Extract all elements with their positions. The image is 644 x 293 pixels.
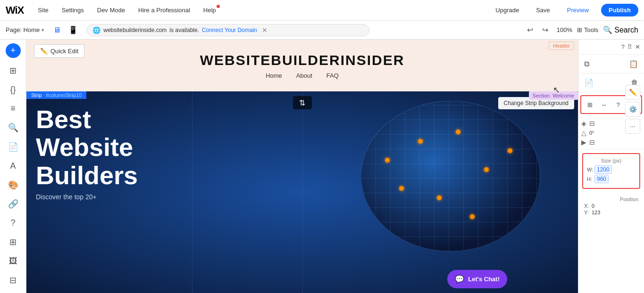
align-v-icon: ⊟ [589, 120, 595, 127]
duplicate-icon[interactable]: ⧉ [582, 58, 591, 70]
quick-edit-label: Quick Edit [50, 48, 78, 55]
desktop-icon[interactable]: 🖥 [50, 24, 64, 37]
quick-edit-button[interactable]: ✏️ Quick Edit [34, 44, 84, 58]
left-sidebar: + ⊞ {} ≡ 🔍 📄 A 🎨 🔗 ? ⊞ 🖼 ⊟ [0, 40, 26, 293]
width-key: W: [587, 167, 593, 172]
cursor-pointer: ↖ [553, 85, 560, 95]
undo-button[interactable]: ↩ [524, 24, 537, 37]
edit-mode-button[interactable]: ✏️ [625, 85, 640, 100]
align-help-button[interactable]: ? [611, 98, 625, 111]
globe-dot [484, 167, 489, 172]
height-value[interactable]: 960 [594, 175, 609, 183]
sidebar-paint-icon[interactable]: 🎨 [4, 176, 23, 194]
upgrade-button[interactable]: Upgrade [491, 5, 524, 16]
address-bar: Page: Home ▾ 🖥 📱 🌐 websitebuilderinside.… [0, 21, 644, 40]
nav-item-help[interactable]: Help [201, 5, 219, 16]
nav-item-settings[interactable]: Settings [59, 5, 87, 16]
panel-drag-icon[interactable]: ⠿ [627, 43, 632, 50]
sidebar-text-icon[interactable]: 📄 [4, 138, 23, 156]
top-navigation: WiX Site Settings Dev Mode Hire a Profes… [0, 0, 644, 21]
align-center-button[interactable]: ↔ [597, 98, 611, 111]
globe-dot [470, 214, 475, 219]
rotation-value: 0° [589, 130, 594, 136]
swap-direction-button[interactable]: ⇅ [293, 96, 312, 109]
globe-graphic [361, 101, 540, 252]
connect-domain-link[interactable]: Connect Your Domain [202, 27, 257, 33]
globe-dot [508, 148, 512, 153]
sidebar-image-icon[interactable]: 🖼 [4, 252, 23, 270]
sidebar-pages-icon[interactable]: ⊞ [4, 62, 23, 80]
chat-bubble[interactable]: 💬 Let's Chat! [447, 270, 507, 288]
search-icon: 🔍 [603, 25, 612, 34]
search-button[interactable]: 🔍 Search [603, 25, 638, 34]
settings-gear-button[interactable]: ⚙️ [625, 102, 640, 117]
globe-lines [361, 101, 540, 251]
hero-subtitle: Discover the top 20+ [36, 193, 138, 201]
sidebar-links-icon[interactable]: 🔗 [4, 195, 23, 213]
add-element-button[interactable]: + [6, 43, 21, 58]
pos-y-value[interactable]: 123 [592, 210, 600, 215]
more-options-button[interactable]: ··· [625, 119, 640, 134]
url-domain: websitebuilderinside.com [103, 27, 167, 33]
save-button[interactable]: Save [531, 5, 555, 16]
mobile-icon[interactable]: 📱 [67, 24, 80, 37]
sidebar-sections-icon[interactable]: ≡ [4, 100, 23, 118]
strip-id: #columnStrip10 [46, 92, 82, 98]
canvas-area: + ⊞ {} ≡ 🔍 📄 A 🎨 🔗 ? ⊞ 🖼 ⊟ ✏️ Quick Edit… [0, 40, 644, 293]
strip-label: Strip #columnStrip10 [26, 91, 86, 99]
nav-about[interactable]: About [296, 72, 312, 79]
align-h-icon: ⊟ [589, 138, 595, 146]
globe-dot [418, 139, 423, 144]
publish-button[interactable]: Publish [601, 4, 638, 16]
device-icons: 🖥 📱 [50, 24, 80, 37]
tools-icon: ⊞ [577, 26, 582, 33]
address-right-controls: ↩ ↪ 100% ⊞ Tools 🔍 Search [524, 24, 638, 37]
play-icon: ▶ [581, 138, 586, 146]
strip-area: Strip #columnStrip10 [26, 91, 578, 293]
header-section-label: Header [549, 41, 574, 50]
height-key: H: [587, 176, 593, 182]
globe-dot [456, 130, 460, 134]
panel-help-icon[interactable]: ? [621, 43, 625, 50]
panel-header: ? ⠿ ✕ [578, 40, 644, 55]
align-left-button[interactable]: ⊞ [583, 98, 596, 111]
nav-item-hire[interactable]: Hire a Professional [135, 5, 193, 16]
copy-style-icon[interactable]: 📋 [627, 57, 640, 70]
tools-button[interactable]: ⊞ Tools [577, 26, 598, 33]
nav-item-devmode[interactable]: Dev Mode [94, 5, 128, 16]
site-header: Header WEBSITEBUILDERINSIDER Home About … [26, 40, 578, 91]
pos-y-key: Y: [584, 210, 590, 215]
strip-text: Strip [31, 92, 42, 98]
dashed-center-line [302, 91, 303, 293]
nav-faq[interactable]: FAQ [326, 72, 339, 79]
nav-item-site[interactable]: Site [35, 5, 51, 16]
hero-line2: Website [36, 133, 138, 161]
position-panel: Position X: 0 Y: 123 [582, 195, 640, 218]
help-notification-dot [217, 5, 220, 8]
sidebar-table-icon[interactable]: ⊟ [4, 271, 23, 289]
width-value[interactable]: 1200 [594, 165, 612, 174]
pos-x-value[interactable]: 0 [592, 203, 594, 209]
hero-line3: Builders [36, 162, 138, 189]
url-bar[interactable]: 🌐 websitebuilderinside.com is available.… [86, 24, 369, 36]
paste-icon[interactable]: 📄 [582, 76, 595, 89]
zoom-level: 100% [557, 26, 572, 33]
sidebar-search-icon[interactable]: 🔍 [4, 119, 23, 137]
nav-home[interactable]: Home [266, 72, 282, 79]
redo-button[interactable]: ↪ [539, 24, 552, 37]
sidebar-help-icon[interactable]: ? [4, 214, 23, 232]
sidebar-code-icon[interactable]: {} [4, 81, 23, 98]
triangle-icon: △ [581, 129, 586, 137]
sidebar-typography-icon[interactable]: A [4, 157, 23, 175]
url-close-icon[interactable]: ✕ [262, 26, 268, 34]
page-name: Page: Home [6, 26, 40, 33]
page-selector-chevron: ▾ [42, 27, 44, 33]
panel-close-icon[interactable]: ✕ [635, 43, 640, 50]
sidebar-widgets-icon[interactable]: ⊞ [4, 233, 23, 251]
globe-dot [399, 186, 404, 191]
preview-button[interactable]: Preview [562, 5, 594, 16]
far-right-toolbar: ✏️ ⚙️ ··· [625, 85, 640, 134]
right-properties-panel: ? ⠿ ✕ ⧉ 📋 📄 🗑 ⊞ ↔ ? ↺ ◈ ⊟ △ [578, 40, 644, 293]
page-selector[interactable]: Page: Home ▾ [6, 26, 44, 33]
site-title: WEBSITEBUILDERINSIDER [200, 52, 405, 68]
